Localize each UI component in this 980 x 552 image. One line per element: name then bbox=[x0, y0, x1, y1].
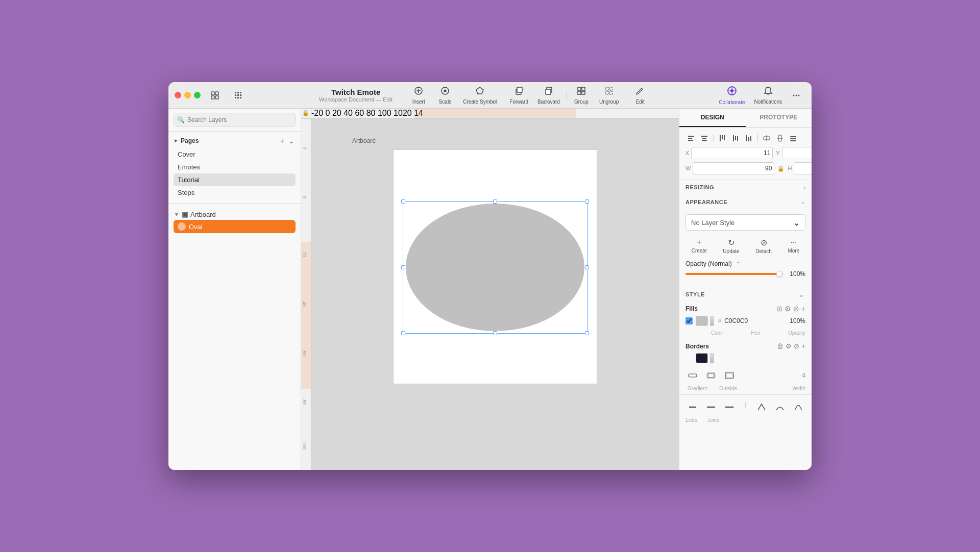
page-steps[interactable]: Steps bbox=[174, 186, 296, 199]
handle-middle-left[interactable] bbox=[401, 265, 405, 269]
borders-section: Borders 🗑 ⚙ ⊘ + bbox=[679, 339, 812, 395]
fills-layers-icon[interactable]: ⊞ bbox=[776, 305, 782, 313]
handle-bottom-right[interactable] bbox=[585, 331, 589, 335]
style-section-header[interactable]: STYLE ⌄ bbox=[679, 285, 812, 304]
notifications-button[interactable]: Notifications bbox=[750, 84, 786, 107]
more-label: More bbox=[788, 248, 799, 254]
borders-delete-icon[interactable]: 🗑 bbox=[777, 342, 783, 350]
end-square-button[interactable] bbox=[722, 401, 737, 413]
insert-button[interactable]: Insert bbox=[406, 84, 431, 107]
align-bottom-button[interactable] bbox=[743, 133, 754, 144]
canvas-area[interactable]: 🔒 -20 0 20 40 60 80 100 1020 14 bbox=[301, 109, 679, 470]
end-round-button[interactable] bbox=[704, 401, 718, 413]
pages-menu-button[interactable]: ⌄ bbox=[287, 136, 296, 146]
svg-rect-52 bbox=[746, 135, 747, 141]
page-cover[interactable]: Cover bbox=[174, 148, 296, 161]
handle-top-right[interactable] bbox=[585, 199, 589, 204]
borders-add-icon[interactable]: + bbox=[801, 342, 805, 350]
opacity-value: 100% bbox=[788, 270, 805, 278]
group-button[interactable]: Group bbox=[569, 84, 594, 107]
tab-prototype[interactable]: PROTOTYPE bbox=[746, 109, 812, 127]
canvas-view-button[interactable] bbox=[206, 86, 224, 105]
border-color-swatch[interactable] bbox=[696, 353, 708, 363]
alignment-row bbox=[685, 133, 805, 144]
minimize-button[interactable] bbox=[184, 92, 191, 98]
handle-bottom-center[interactable] bbox=[493, 331, 497, 335]
y-input[interactable] bbox=[782, 147, 812, 159]
layer-style-dropdown[interactable]: No Layer Style ⌄ bbox=[685, 214, 805, 231]
forward-button[interactable]: Forward bbox=[505, 84, 532, 107]
handle-bottom-left[interactable] bbox=[401, 331, 405, 335]
border-outside-btn[interactable] bbox=[704, 369, 718, 382]
scale-button[interactable]: Scale bbox=[432, 84, 458, 107]
fill-hex-value[interactable]: C0C0C0 bbox=[724, 317, 787, 324]
page-tutorial[interactable]: Tutorial bbox=[174, 173, 296, 186]
join-miter-button[interactable] bbox=[754, 401, 769, 413]
appearance-section-header[interactable]: APPEARANCE ⌄ bbox=[679, 194, 812, 209]
fill-column-labels: Color Hex Opacity bbox=[679, 330, 812, 339]
fill-checkbox[interactable] bbox=[685, 317, 693, 324]
style-title: STYLE bbox=[685, 291, 705, 297]
canvas-content[interactable]: Artboard bbox=[311, 119, 679, 470]
fills-settings-icon[interactable]: ⚙ bbox=[785, 305, 791, 313]
style-create-button[interactable]: + Create bbox=[688, 236, 711, 256]
fill-gradient-handle[interactable] bbox=[710, 316, 714, 326]
oval-layer-item[interactable]: Oval bbox=[174, 220, 296, 233]
create-symbol-button[interactable]: Create Symbol bbox=[459, 84, 501, 107]
join-bevel-button[interactable] bbox=[791, 401, 805, 413]
page-emotes[interactable]: Emotes bbox=[174, 161, 296, 173]
collaborate-button[interactable]: Collaborate bbox=[715, 84, 749, 107]
style-chevron: ⌄ bbox=[797, 289, 805, 299]
fill-color-swatch[interactable] bbox=[696, 316, 708, 326]
svg-rect-8 bbox=[237, 94, 239, 96]
style-update-button[interactable]: ↻ Update bbox=[719, 236, 743, 256]
svg-rect-46 bbox=[720, 135, 721, 141]
align-left-button[interactable] bbox=[685, 133, 697, 144]
border-gradient-handle[interactable] bbox=[710, 353, 714, 363]
ungroup-button[interactable]: Ungroup bbox=[595, 84, 623, 107]
w-input[interactable] bbox=[693, 162, 774, 174]
selection-handles bbox=[403, 201, 587, 334]
grid-view-button[interactable] bbox=[229, 86, 248, 105]
edit-button[interactable]: Edit bbox=[627, 84, 653, 107]
add-page-button[interactable]: + bbox=[279, 136, 285, 146]
tab-design[interactable]: DESIGN bbox=[679, 109, 746, 127]
appearance-title: APPEARANCE bbox=[685, 199, 727, 205]
h-input[interactable] bbox=[794, 162, 812, 174]
artboard[interactable] bbox=[393, 149, 597, 384]
style-more-button[interactable]: ··· More bbox=[783, 236, 803, 256]
resizing-section-header[interactable]: RESIZING › bbox=[679, 180, 812, 194]
borders-settings-icon[interactable]: ⚙ bbox=[786, 342, 792, 350]
maximize-button[interactable] bbox=[194, 92, 201, 98]
handle-top-left[interactable] bbox=[401, 199, 405, 204]
notifications-label: Notifications bbox=[754, 99, 782, 105]
update-label: Update bbox=[723, 248, 739, 254]
backward-button[interactable]: Backward bbox=[533, 84, 564, 107]
end-flat-button[interactable] bbox=[685, 401, 700, 413]
fill-opacity-value[interactable]: 100% bbox=[790, 317, 805, 324]
distribute-v-button[interactable] bbox=[774, 133, 786, 144]
handle-top-center[interactable] bbox=[493, 199, 497, 204]
x-input[interactable] bbox=[691, 147, 773, 159]
artboard-layer-header[interactable]: ▼ ▣ Artboard bbox=[174, 209, 296, 220]
align-center-h-button[interactable] bbox=[699, 133, 710, 144]
lock-ratio-icon[interactable]: 🔒 bbox=[777, 165, 785, 172]
oval-selection-container[interactable] bbox=[403, 201, 587, 334]
distribute-h-button[interactable] bbox=[761, 133, 772, 144]
style-detach-button[interactable]: ⊘ Detach bbox=[751, 236, 776, 256]
svg-rect-6 bbox=[240, 92, 241, 93]
more-options-button[interactable] bbox=[787, 86, 805, 105]
handle-middle-right[interactable] bbox=[585, 265, 589, 269]
join-round-button[interactable] bbox=[773, 401, 787, 413]
borders-mask-icon[interactable]: ⊘ bbox=[794, 342, 799, 350]
align-top-button[interactable] bbox=[717, 133, 728, 144]
more-align-button[interactable] bbox=[788, 133, 799, 144]
close-button[interactable] bbox=[175, 92, 181, 98]
search-input[interactable] bbox=[174, 113, 296, 127]
border-inside-btn[interactable] bbox=[722, 369, 737, 382]
align-center-v-button[interactable] bbox=[730, 133, 741, 144]
fill-col-color: Color bbox=[711, 330, 723, 336]
border-gradient-btn[interactable] bbox=[685, 369, 700, 382]
fills-mask-icon[interactable]: ⊘ bbox=[793, 305, 799, 313]
fills-add-icon[interactable]: + bbox=[801, 305, 805, 313]
